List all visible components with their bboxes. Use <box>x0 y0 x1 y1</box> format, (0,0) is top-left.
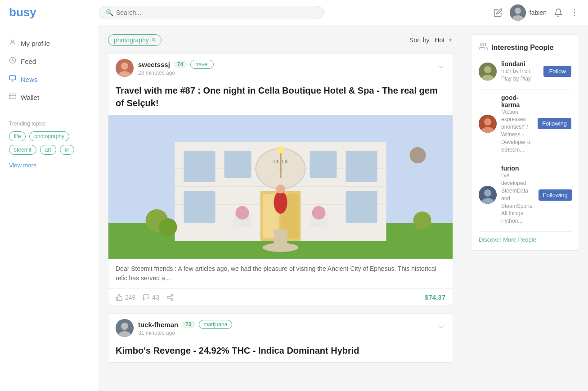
tag-life[interactable]: life <box>9 131 26 141</box>
remove-tag-button[interactable]: × <box>152 36 156 44</box>
person-row-furion: furion I've developed SteemData and Stee… <box>479 165 571 225</box>
active-tag-label: photography <box>114 36 149 44</box>
svg-point-43 <box>276 184 285 193</box>
collapse-icon[interactable] <box>437 63 445 73</box>
post-title[interactable]: Travel with me #87 : One night in Cella … <box>108 82 453 115</box>
view-more[interactable]: View more <box>0 160 99 171</box>
user-profile[interactable]: fabien <box>510 4 547 21</box>
following-button-goodkarma[interactable]: Following <box>538 118 571 129</box>
post-header: sweetsssj 74 travel 23 minutes ago <box>108 54 453 82</box>
search-icon: 🔍 <box>106 9 113 16</box>
post-card: sweetsssj 74 travel 23 minutes ago Trave… <box>108 53 453 306</box>
post-tag-2[interactable]: marijuana <box>199 320 233 329</box>
post-author-row: sweetsssj 74 travel <box>138 60 433 69</box>
trending-tags: life photography steemit art kr <box>0 130 99 160</box>
header: busy 🔍 fabien <box>0 0 588 25</box>
post-price: $74.37 <box>425 293 445 301</box>
svg-point-3 <box>574 9 575 10</box>
post-author-row-2: tuck-fheman 73 marijuana <box>138 320 433 329</box>
comment-count: 43 <box>152 294 159 301</box>
following-button-furion[interactable]: Following <box>539 189 572 201</box>
sidebar-item-news[interactable]: News <box>0 70 99 88</box>
section-header: Interesting People <box>479 42 571 53</box>
post-title-2[interactable]: Kimbo's Revenge - 24.92% THC - Indica Do… <box>108 342 453 362</box>
sidebar-item-feed[interactable]: Feed <box>0 52 99 70</box>
post-time: 23 minutes ago <box>138 70 433 76</box>
search-bar: 🔍 <box>99 6 324 19</box>
svg-point-45 <box>277 146 284 153</box>
follow-button-liondani[interactable]: Follow <box>543 66 571 77</box>
post-card-2: tuck-fheman 73 marijuana 31 minutes ago … <box>108 313 453 363</box>
people-icon <box>479 42 488 53</box>
tag-art[interactable]: art <box>40 145 56 155</box>
svg-point-39 <box>236 206 249 220</box>
svg-rect-44 <box>280 151 282 178</box>
divider-3 <box>479 231 571 232</box>
more-icon[interactable] <box>570 8 579 17</box>
avatar <box>510 4 526 21</box>
post-time-2: 31 minutes ago <box>138 330 433 336</box>
rep-badge-2: 73 <box>182 321 195 328</box>
svg-rect-29 <box>310 151 337 178</box>
svg-point-37 <box>413 211 431 229</box>
svg-rect-25 <box>184 191 215 223</box>
post-image[interactable]: CELLA ⚓ <box>108 115 453 259</box>
wallet-icon <box>9 93 16 102</box>
like-action[interactable]: 249 <box>116 294 135 301</box>
sidebar-item-wallet[interactable]: Wallet <box>0 88 99 106</box>
chevron-down-icon: ▼ <box>448 37 453 43</box>
profile-icon <box>9 39 16 48</box>
tag-steemit[interactable]: steemit <box>9 145 36 155</box>
person-avatar-goodkarma <box>479 115 497 133</box>
post-meta-2: tuck-fheman 73 marijuana 31 minutes ago <box>138 320 433 336</box>
discover-more-link[interactable]: Discover More People <box>479 236 571 243</box>
divider <box>479 89 571 90</box>
header-right: fabien <box>494 4 579 21</box>
feed-icon <box>9 57 16 66</box>
svg-rect-34 <box>274 229 287 250</box>
person-name-liondani[interactable]: liondani <box>501 60 539 67</box>
post-author-2[interactable]: tuck-fheman <box>138 321 178 328</box>
sidebar-item-myprofile[interactable]: My profile <box>0 34 99 52</box>
trending-title: Trending topics <box>0 117 99 130</box>
main-content: photography × Sort by Hot ▼ <box>99 25 462 391</box>
post-author-avatar[interactable] <box>116 59 134 77</box>
svg-point-13 <box>121 63 128 70</box>
person-bio-goodkarma: "Action expresses priorities!" / Witness… <box>501 108 533 154</box>
person-row-goodkarma: good-karma "Action expresses priorities!… <box>479 94 571 154</box>
svg-point-49 <box>171 298 173 300</box>
person-name-furion[interactable]: furion <box>501 165 534 172</box>
comment-action[interactable]: 43 <box>143 294 159 301</box>
sidebar-label-news: News <box>21 76 38 83</box>
post-excerpt: Dear Steemit friends : A few articles ag… <box>108 259 453 288</box>
edit-icon[interactable] <box>494 8 503 17</box>
svg-point-55 <box>480 43 484 46</box>
svg-point-46 <box>410 147 426 163</box>
person-info-liondani: liondani Inch by Inch, Play by Play <box>501 60 539 83</box>
news-icon <box>9 75 16 84</box>
sort-by[interactable]: Sort by Hot ▼ <box>409 36 453 44</box>
svg-rect-28 <box>224 151 251 178</box>
svg-rect-11 <box>9 94 16 99</box>
post-author-avatar-2[interactable] <box>116 319 134 337</box>
tag-kr[interactable]: kr <box>60 145 74 155</box>
search-input[interactable] <box>116 9 317 16</box>
active-tag-filter: photography × <box>108 34 162 46</box>
svg-point-47 <box>171 294 173 296</box>
person-name-goodkarma[interactable]: good-karma <box>501 94 533 108</box>
post-tag[interactable]: travel <box>190 60 213 69</box>
post-author[interactable]: sweetsssj <box>138 61 170 68</box>
share-action[interactable] <box>166 294 174 301</box>
post-meta: sweetsssj 74 travel 23 minutes ago <box>138 60 433 76</box>
sidebar-label-feed: Feed <box>21 58 36 65</box>
collapse-icon-2[interactable] <box>437 323 445 333</box>
post-footer: 249 43 $74.37 <box>108 288 453 306</box>
like-count: 249 <box>125 294 135 301</box>
bell-icon[interactable] <box>554 8 563 17</box>
sidebar: My profile Feed News Wallet Tr <box>0 25 99 391</box>
svg-point-60 <box>484 118 491 126</box>
svg-point-5 <box>574 14 575 16</box>
svg-point-53 <box>121 323 128 330</box>
tag-photography[interactable]: photography <box>29 131 69 141</box>
right-sidebar: Interesting People liondani Inch by Inch… <box>462 25 588 391</box>
